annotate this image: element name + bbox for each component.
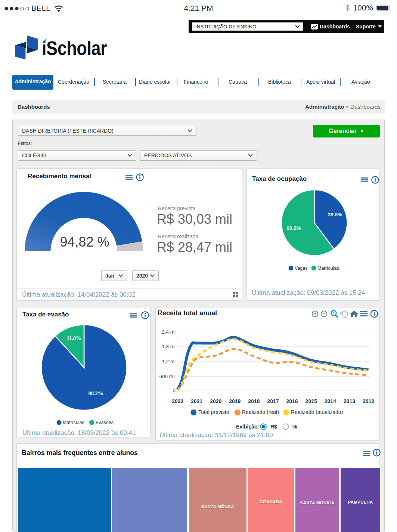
svg-text:2013: 2013 xyxy=(344,398,355,404)
svg-text:2019: 2019 xyxy=(229,398,241,404)
svg-text:11.8%: 11.8% xyxy=(66,335,81,341)
svg-text:2012: 2012 xyxy=(363,398,374,404)
svg-text:2015: 2015 xyxy=(305,398,317,404)
svg-text:2017: 2017 xyxy=(267,398,279,404)
svg-text:0: 0 xyxy=(173,387,176,393)
svg-text:39.8%: 39.8% xyxy=(328,212,342,217)
svg-text:2018: 2018 xyxy=(248,398,260,404)
svg-text:2020: 2020 xyxy=(210,398,221,404)
svg-text:600 mil: 600 mil xyxy=(159,374,176,379)
svg-text:2016: 2016 xyxy=(286,398,298,404)
svg-text:2014: 2014 xyxy=(325,398,336,404)
svg-text:88.2%: 88.2% xyxy=(88,390,103,396)
svg-text:2022: 2022 xyxy=(172,398,183,404)
svg-text:2021: 2021 xyxy=(191,398,202,404)
svg-text:60.2%: 60.2% xyxy=(286,225,301,231)
svg-text:2,4 mi: 2,4 mi xyxy=(162,329,176,335)
svg-text:1,8 mi: 1,8 mi xyxy=(162,344,176,349)
svg-text:1,2 mi: 1,2 mi xyxy=(162,359,176,364)
